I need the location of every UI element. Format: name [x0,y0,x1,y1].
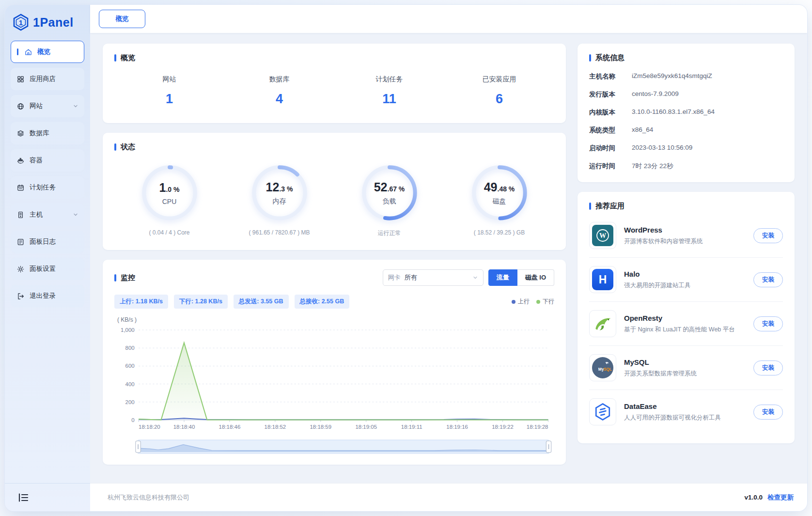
home-icon [24,48,32,56]
brush-handle-left[interactable] [136,441,141,453]
gauge-int: 1 [159,181,166,194]
total-received-chip: 总接收: 2.55 GB [295,295,350,309]
info-value: 7时 23分 22秒 [632,162,673,171]
app-icon-box: W [589,222,616,249]
gauge-label: 磁盘 [493,197,506,206]
info-value: 2023-03-13 10:56:09 [632,144,692,153]
stat-label: 已安装应用 [444,75,554,84]
openresty-icon [592,313,613,334]
footer: 杭州飞致云信息科技有限公司 v1.0.0 检查更新 [5,483,807,511]
datazoom-brush[interactable] [114,438,554,455]
install-button[interactable]: 安装 [753,316,783,331]
info-value: 3.10.0-1160.83.1.el7.x86_64 [632,108,715,117]
info-row-kernel: 内核版本 3.10.0-1160.83.1.el7.x86_64 [589,108,783,117]
brand-logo[interactable]: 1 1Panel [5,5,90,38]
gauge-frac: .0 % [166,186,179,193]
brush-handle-right[interactable] [546,441,551,453]
app-name[interactable]: DataEase [624,402,721,410]
app-name[interactable]: MySQL [624,358,697,366]
tab-overview[interactable]: 概览 [99,10,145,28]
collapse-sidebar-icon[interactable] [17,493,29,502]
container-icon [16,156,25,165]
install-button[interactable]: 安装 [753,360,783,375]
app-desc: 人人可用的开源数据可视化分析工具 [624,414,721,422]
gauge-frac: .67 % [388,185,405,193]
app-name[interactable]: OpenResty [624,314,735,322]
info-label: 主机名称 [589,72,632,81]
logout-icon [16,292,25,300]
install-button[interactable]: 安装 [753,405,783,420]
stat-value[interactable]: 6 [444,92,554,107]
stat-label: 网站 [114,75,224,84]
sidebar-item-label: 面板设置 [30,265,56,273]
info-row-uptime: 运行时间 7时 23分 22秒 [589,162,783,171]
disk-donut-gauge: 49.48 % 磁盘 [471,164,528,221]
section-title: 推荐应用 [595,202,625,211]
sidebar-item-logout[interactable]: 退出登录 [11,285,84,307]
sidebar-item-panel-logs[interactable]: 面板日志 [11,231,84,253]
svg-text:200: 200 [125,399,135,405]
app-meta: MySQL 开源关系型数据库管理系统 [624,358,697,378]
legend-upload[interactable]: 上行 [512,297,530,306]
sidebar-item-containers[interactable]: 容器 [11,149,84,172]
disk-io-button[interactable]: 磁盘 IO [517,269,554,286]
main-area: 概览 概览 网站 1 数据库 [90,5,807,483]
info-row-hostname: 主机名称 iZm5e8e59yxk61q4smtgqiZ [589,72,783,81]
overview-card: 概览 网站 1 数据库 4 计划任务 11 [103,44,566,123]
recommended-apps-card: 推荐应用 W [578,192,795,443]
system-info-rows: 主机名称 iZm5e8e59yxk61q4smtgqiZ 发行版本 centos… [589,72,783,171]
monitor-title-row: 监控 [114,273,135,282]
section-bar [114,54,116,62]
halo-icon: H [592,269,613,290]
traffic-button[interactable]: 流量 [488,269,517,286]
sidebar-item-label: 主机 [30,210,43,219]
cpu-donut-gauge: 1.0 % CPU [141,164,198,221]
memory-donut-gauge: 12.3 % 内存 [251,164,308,221]
svg-text:My: My [598,367,604,372]
app-meta: OpenResty 基于 Nginx 和 LuaJIT 的高性能 Web 平台 [624,314,735,334]
app-row-openresty: OpenResty 基于 Nginx 和 LuaJIT 的高性能 Web 平台 … [589,302,783,346]
info-row-release: 发行版本 centos-7.9.2009 [589,90,783,99]
sidebar-item-websites[interactable]: 网站 [11,95,84,117]
gauge-int: 12 [266,180,280,194]
gauge-int: 49 [484,180,498,194]
install-button[interactable]: 安装 [753,272,783,287]
gauge-label: 负载 [383,197,396,206]
sidebar-menu: 概览 应用商店 网站 数据库 [5,38,90,483]
section-bar [114,143,116,151]
gauge-label: 内存 [273,197,286,206]
stat-value[interactable]: 4 [224,92,334,107]
stat-value[interactable]: 1 [114,92,224,107]
info-value: x86_64 [632,126,653,135]
stat-value[interactable]: 11 [334,92,444,107]
svg-text:400: 400 [125,381,135,387]
legend-download[interactable]: 下行 [536,297,554,306]
sidebar-item-host[interactable]: 主机 [11,203,84,226]
check-update-link[interactable]: 检查更新 [767,493,794,502]
sidebar-item-overview[interactable]: 概览 [11,41,84,63]
app-icon-box: My SQL [589,354,616,381]
app-row-dataease: DataEase 人人可用的开源数据可视化分析工具 安装 [589,390,783,434]
chevron-down-icon [73,212,78,218]
install-button[interactable]: 安装 [753,228,783,243]
right-column: 系统信息 主机名称 iZm5e8e59yxk61q4smtgqiZ 发行版本 c… [578,44,795,478]
app-name[interactable]: WordPress [624,226,703,234]
sidebar-item-label: 面板日志 [30,237,56,246]
gauge-disk: 49.48 % 磁盘 ( 18.52 / 39.25 ) GB [444,164,554,237]
app-name[interactable]: Halo [624,270,691,278]
sidebar-item-app-store[interactable]: 应用商店 [11,68,84,90]
monitor-card: 监控 网卡 所有 流量 磁盘 IO [103,260,566,465]
sidebar-item-panel-settings[interactable]: 面板设置 [11,258,84,280]
company-name: 杭州飞致云信息科技有限公司 [108,493,189,502]
svg-text:18:19:05: 18:19:05 [355,424,377,430]
svg-text:18:18:40: 18:18:40 [173,424,195,430]
sidebar-item-cronjobs[interactable]: 计划任务 [11,176,84,199]
sidebar-item-label: 网站 [30,102,43,110]
footer-main: 杭州飞致云信息科技有限公司 v1.0.0 检查更新 [90,483,807,511]
gauge-memory: 12.3 % 内存 ( 961.65 / 7820.67 ) MB [224,164,334,237]
sidebar-item-databases[interactable]: 数据库 [11,122,84,144]
monitor-controls: 网卡 所有 流量 磁盘 IO [383,269,554,286]
nic-select[interactable]: 网卡 所有 [383,269,484,286]
sidebar-item-label: 数据库 [30,129,49,138]
app-icon-box [589,310,616,337]
